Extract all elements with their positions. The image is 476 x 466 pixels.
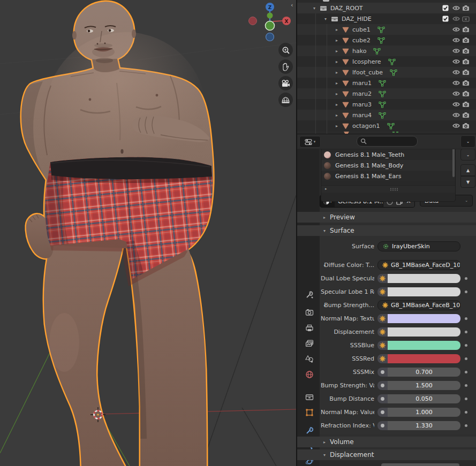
viewport-3d[interactable]: Z X <box>0 0 296 466</box>
outliner-row-octagon1[interactable]: ▸octagon1 <box>297 120 476 131</box>
texture-socket-icon[interactable] <box>377 274 388 283</box>
animate-decorator-dot[interactable] <box>465 424 467 427</box>
animate-decorator-dot[interactable] <box>465 398 467 400</box>
search-input[interactable] <box>367 137 414 145</box>
outliner-row-maru2[interactable]: ▸maru2 <box>297 88 476 99</box>
render-camera-icon[interactable] <box>462 90 470 98</box>
animate-decorator-dot[interactable] <box>465 371 467 373</box>
render-camera-icon[interactable] <box>462 69 470 77</box>
outliner-row-cube1[interactable]: ▸cube1 <box>297 24 476 35</box>
collection-checkbox[interactable] <box>442 5 449 13</box>
render-camera-icon[interactable] <box>462 48 470 56</box>
value-slider-field[interactable]: 0.050 <box>377 394 460 403</box>
visibility-eye-icon[interactable] <box>452 27 460 34</box>
material-slot-row[interactable]: Genesis 8.1 Male_Teeth <box>321 149 455 160</box>
texture-name-field[interactable]: G8_1MBaseA_FaceD_10... <box>377 260 460 270</box>
editor-type-button[interactable]: ▾ <box>299 136 321 148</box>
outliner-row-icosphere[interactable]: ▸Icosphere <box>297 56 476 67</box>
color-swatch[interactable] <box>388 354 460 363</box>
material-specials-button[interactable]: ⌄ <box>460 149 475 161</box>
visibility-eye-icon[interactable] <box>452 59 460 66</box>
value-slider-field[interactable]: 1.000 <box>377 408 460 417</box>
value-slider-field[interactable]: 0.700 <box>377 368 460 377</box>
header-filter-button[interactable]: ⌄ <box>460 135 475 148</box>
render-camera-icon[interactable] <box>462 101 470 109</box>
projection-toggle-button[interactable] <box>278 93 293 107</box>
color-swatch-field[interactable] <box>377 354 460 363</box>
surface-node-field[interactable]: IrayUberSkin <box>377 241 460 251</box>
color-swatch-field[interactable] <box>377 327 460 337</box>
expand-triangle-icon[interactable]: ▸ <box>334 70 340 75</box>
animate-decorator-dot[interactable] <box>465 357 467 360</box>
texture-socket-icon[interactable] <box>377 327 388 337</box>
collection-checkbox[interactable] <box>442 16 449 24</box>
visibility-eye-icon[interactable] <box>452 80 460 87</box>
navigation-gizmo[interactable]: Z X <box>249 3 291 41</box>
value-slider-field[interactable]: 1.500 <box>377 381 460 390</box>
animate-decorator-dot[interactable] <box>465 384 467 387</box>
texture-socket-icon[interactable] <box>377 341 388 350</box>
expand-triangle-icon[interactable]: ▸ <box>325 187 327 191</box>
panel-displacement[interactable]: ▾ Displacement <box>297 449 476 460</box>
color-swatch[interactable] <box>388 287 460 296</box>
value-socket-icon[interactable] <box>377 394 388 403</box>
list-scrollbar[interactable] <box>452 146 455 177</box>
panel-volume[interactable]: ▸ Volume <box>297 437 476 447</box>
animate-decorator-dot[interactable] <box>465 277 467 280</box>
texture-name-field[interactable]: G8_1MBaseA_FaceB_10... <box>377 300 460 310</box>
render-camera-icon[interactable] <box>462 58 470 66</box>
visibility-eye-icon[interactable] <box>452 5 460 12</box>
visibility-eye-icon[interactable] <box>452 91 460 98</box>
zoom-button[interactable] <box>278 43 293 57</box>
animate-decorator-dot[interactable] <box>465 411 467 414</box>
expand-triangle-icon[interactable]: ▸ <box>334 81 340 86</box>
material-slot-list[interactable]: Genesis 8.1 Male_LipsGenesis 8.1 Male_Te… <box>321 143 456 202</box>
resize-grip-icon[interactable] <box>390 188 398 191</box>
expand-triangle-icon[interactable]: ▸ <box>334 27 340 32</box>
visibility-eye-icon[interactable] <box>452 102 460 109</box>
color-swatch[interactable] <box>388 341 460 350</box>
value-slider-field[interactable]: 1.330 <box>377 421 460 430</box>
collapse-triangle-icon[interactable]: ▾ <box>322 17 329 21</box>
genesis-figure[interactable] <box>21 2 213 466</box>
visibility-eye-icon[interactable] <box>452 37 460 44</box>
outliner-row-maru3[interactable]: ▸maru3 <box>297 99 476 110</box>
outliner-row-daz_hide[interactable]: ▾DAZ_HIDE <box>297 13 476 24</box>
sidebar-collapse-arrow[interactable]: ‹ <box>291 1 296 10</box>
value-socket-icon[interactable] <box>377 421 388 430</box>
camera-view-button[interactable] <box>278 76 293 90</box>
animate-decorator-dot[interactable] <box>465 331 467 333</box>
slot-move-down-button[interactable]: ▼ <box>460 176 475 188</box>
color-swatch[interactable] <box>388 274 460 283</box>
expand-triangle-icon[interactable]: ▸ <box>334 38 340 43</box>
render-camera-icon[interactable] <box>462 37 470 45</box>
expand-triangle-icon[interactable]: ▸ <box>334 91 340 96</box>
material-slot-row[interactable]: Genesis 8.1 Male_Body <box>321 160 455 171</box>
visibility-eye-icon[interactable] <box>452 123 460 130</box>
render-disabled-icon[interactable] <box>462 16 470 24</box>
visibility-eye-icon[interactable] <box>452 70 460 77</box>
gizmo-y-neg[interactable] <box>266 21 275 30</box>
material-slot-row[interactable]: Genesis 8.1 Male_Ears <box>321 171 455 181</box>
gizmo-y-pos[interactable] <box>267 13 273 19</box>
pan-button[interactable] <box>278 59 293 74</box>
visibility-eye-icon[interactable] <box>452 112 460 119</box>
outliner-row-hako[interactable]: ▸hako <box>297 45 476 56</box>
texture-socket-icon[interactable] <box>377 314 388 323</box>
collapse-triangle-icon[interactable]: ▾ <box>311 6 318 11</box>
animate-decorator-dot[interactable] <box>465 291 467 293</box>
texture-socket-icon[interactable] <box>377 287 388 296</box>
color-swatch[interactable] <box>388 314 460 323</box>
expand-triangle-icon[interactable]: ▸ <box>334 49 340 54</box>
expand-triangle-icon[interactable]: ▸ <box>334 102 340 107</box>
render-camera-icon[interactable] <box>462 80 470 88</box>
value-socket-icon[interactable] <box>377 368 388 377</box>
color-swatch-field[interactable] <box>377 314 460 323</box>
panel-surface[interactable]: ▾ Surface <box>297 225 476 236</box>
outliner-row-lfoot_cube[interactable]: ▸lfoot_cube <box>297 67 476 78</box>
color-swatch-field[interactable] <box>377 274 460 283</box>
gizmo-z-neg[interactable] <box>266 33 274 41</box>
panel-preview[interactable]: ▸ Preview <box>297 212 476 223</box>
expand-triangle-icon[interactable]: ▸ <box>334 113 340 118</box>
outliner-row-daz_root[interactable]: ▾DAZ_ROOT <box>297 3 476 13</box>
